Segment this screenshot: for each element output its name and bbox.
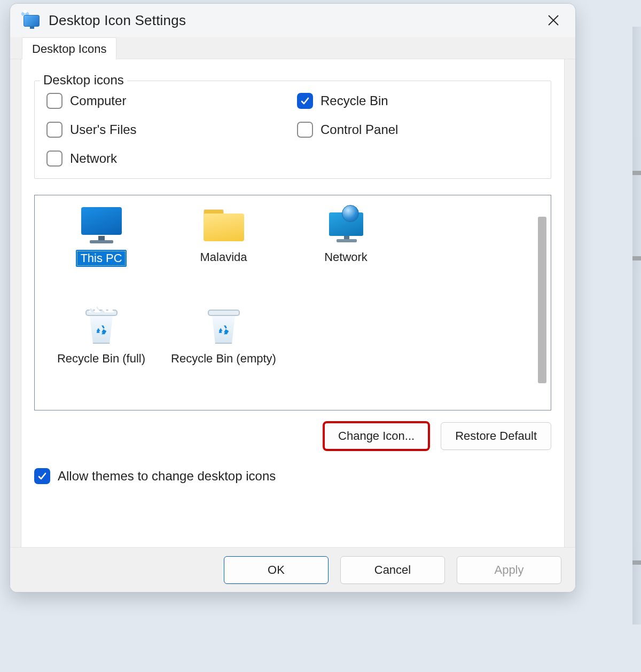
tab-desktop-icons[interactable]: Desktop Icons: [22, 37, 116, 60]
checkbox-allow-themes[interactable]: Allow themes to change desktop icons: [34, 468, 551, 484]
icon-item-label: This PC: [76, 250, 126, 267]
dialog-client-area: Desktop Icons Desktop icons Computer: [10, 37, 575, 592]
desktop-icons-checkbox-group: Computer Recycle Bin User's Files: [46, 93, 539, 167]
cancel-button[interactable]: Cancel: [340, 556, 445, 584]
titlebar[interactable]: Desktop Icon Settings: [10, 4, 575, 37]
checkbox-users-files[interactable]: User's Files: [46, 122, 288, 138]
checkbox-label: Computer: [70, 93, 126, 108]
icon-preview-list[interactable]: This PC Malavida Network: [34, 195, 551, 410]
window-backdrop-edge: [632, 27, 641, 624]
icon-grid: This PC Malavida Network: [40, 202, 529, 405]
checkbox-label: Recycle Bin: [320, 93, 388, 108]
icon-list-actions: Change Icon... Restore Default: [34, 422, 551, 450]
restore-default-button[interactable]: Restore Default: [441, 422, 551, 450]
recycle-bin-full-icon: [78, 306, 125, 347]
icon-item-label: Malavida: [200, 250, 247, 265]
edge-mark: [632, 171, 641, 175]
checkbox-box[interactable]: [297, 122, 313, 138]
desktop-icon-settings-app-icon: [22, 11, 41, 30]
fieldset-legend: Desktop icons: [40, 73, 127, 88]
close-button[interactable]: [541, 8, 566, 33]
ok-button[interactable]: OK: [224, 556, 329, 584]
checkbox-box[interactable]: [46, 93, 62, 109]
icon-item-user-folder[interactable]: Malavida: [168, 202, 280, 265]
checkbox-label: Allow themes to change desktop icons: [58, 469, 276, 484]
icon-item-label: Network: [324, 250, 368, 265]
apply-button[interactable]: Apply: [457, 556, 561, 584]
close-icon: [548, 14, 559, 26]
icon-item-label: Recycle Bin (empty): [171, 351, 276, 366]
icon-list-scrollbar[interactable]: [538, 217, 546, 383]
network-icon: [323, 205, 370, 246]
checkbox-box[interactable]: [46, 122, 62, 138]
desktop-icons-fieldset: Desktop icons Computer Recycle Bin: [34, 81, 551, 179]
folder-icon: [200, 205, 247, 246]
change-icon-button[interactable]: Change Icon...: [324, 422, 429, 450]
checkbox-label: User's Files: [70, 122, 137, 137]
tab-page: Desktop icons Computer Recycle Bin: [21, 59, 565, 592]
checkbox-box[interactable]: [34, 468, 50, 484]
checkbox-control-panel[interactable]: Control Panel: [297, 122, 539, 138]
icon-item-network[interactable]: Network: [290, 202, 402, 265]
icon-item-this-pc[interactable]: This PC: [45, 202, 158, 267]
checkbox-box[interactable]: [297, 93, 313, 109]
desktop-icon-settings-dialog: Desktop Icon Settings Desktop Icons Desk…: [10, 3, 576, 592]
check-icon: [37, 471, 47, 481]
icon-item-label: Recycle Bin (full): [57, 351, 145, 366]
icon-item-recycle-bin-empty[interactable]: Recycle Bin (empty): [168, 303, 280, 366]
checkbox-recycle-bin[interactable]: Recycle Bin: [297, 93, 539, 109]
edge-mark: [632, 560, 641, 565]
this-pc-icon: [78, 205, 125, 246]
recycle-bin-empty-icon: [200, 306, 247, 347]
checkbox-network[interactable]: Network: [46, 151, 288, 167]
checkbox-computer[interactable]: Computer: [46, 93, 288, 109]
checkbox-label: Control Panel: [320, 122, 398, 137]
tab-strip: Desktop Icons: [10, 37, 575, 59]
icon-item-recycle-bin-full[interactable]: Recycle Bin (full): [45, 303, 158, 366]
edge-mark: [632, 256, 641, 260]
check-icon: [300, 96, 310, 106]
checkbox-label: Network: [70, 151, 117, 166]
window-title: Desktop Icon Settings: [49, 12, 541, 29]
checkbox-box[interactable]: [46, 151, 62, 167]
dialog-button-row: OK Cancel Apply: [10, 547, 575, 592]
